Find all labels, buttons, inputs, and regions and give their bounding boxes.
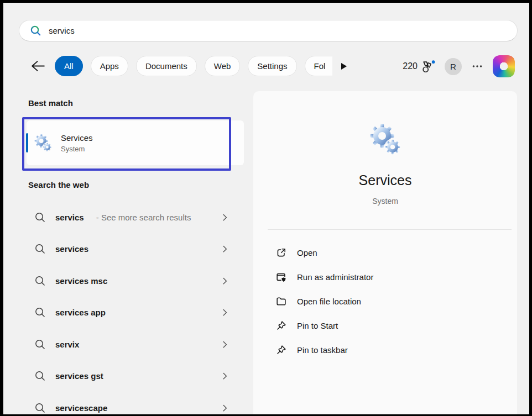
chevron-right-icon	[220, 339, 230, 350]
filter-tabs: All Apps Documents Web Settings Fol	[55, 56, 332, 76]
action-open-file-location[interactable]: Open file location	[268, 289, 505, 313]
tab-settings[interactable]: Settings	[248, 56, 296, 76]
divider	[268, 229, 512, 230]
action-run-as-administrator[interactable]: Run as administrator	[268, 265, 505, 289]
windows-search-window: servics All Apps Documents Web Settings …	[0, 0, 532, 416]
services-gears-icon	[33, 133, 53, 153]
action-open[interactable]: Open	[268, 240, 505, 265]
result-detail-panel: Services System Open	[253, 91, 517, 414]
filter-bar: All Apps Documents Web Settings Fol	[30, 56, 348, 76]
tab-apps[interactable]: Apps	[91, 56, 128, 76]
folder-icon	[275, 296, 287, 307]
services-gears-icon-large	[368, 122, 403, 157]
web-suggestion-row[interactable]: services app	[28, 299, 231, 326]
action-pin-to-start[interactable]: Pin to Start	[268, 313, 505, 338]
admin-shield-icon	[275, 271, 287, 283]
avatar-initial: R	[450, 62, 456, 71]
selection-accent-bar	[26, 133, 28, 152]
pin-icon	[275, 344, 287, 356]
search-flyout: servics All Apps Documents Web Settings …	[3, 3, 529, 414]
search-outline-icon	[34, 212, 46, 223]
web-suggestion-row[interactable]: services gst	[28, 363, 231, 389]
action-pin-to-taskbar[interactable]: Pin to taskbar	[268, 338, 505, 362]
detail-title: Services	[253, 172, 517, 188]
chevron-right-icon	[220, 307, 230, 318]
web-suggestion-list: servics - See more search results servic…	[28, 204, 231, 414]
web-suggestion-row[interactable]: services	[28, 236, 231, 262]
best-match-subtitle: System	[61, 145, 93, 153]
rewards-points: 220	[403, 61, 418, 71]
tab-web[interactable]: Web	[205, 56, 241, 76]
search-outline-icon	[34, 243, 46, 255]
detail-subtitle: System	[253, 197, 517, 206]
copilot-icon[interactable]	[493, 55, 515, 77]
search-outline-icon	[34, 370, 46, 382]
toolbar-cluster: 220 R	[403, 56, 515, 77]
best-match-heading: Best match	[28, 98, 73, 108]
tab-folders-truncated[interactable]: Fol	[305, 56, 332, 76]
search-web-heading: Search the web	[28, 180, 89, 189]
pin-icon	[275, 320, 287, 331]
scroll-tabs-right-button[interactable]	[340, 62, 348, 71]
tab-all[interactable]: All	[55, 56, 83, 76]
rewards-button[interactable]: 220	[403, 60, 435, 73]
tab-documents[interactable]: Documents	[136, 56, 197, 76]
search-query-text: servics	[49, 26, 75, 35]
search-outline-icon	[34, 307, 46, 318]
search-outline-icon	[34, 402, 46, 414]
more-options-icon[interactable]	[471, 60, 483, 72]
best-match-item[interactable]: Services System	[27, 120, 244, 165]
search-icon	[30, 25, 41, 36]
open-icon	[275, 247, 287, 259]
chevron-right-icon	[220, 403, 230, 413]
action-list: Open Run as administrator Open fi	[268, 240, 505, 362]
best-match-title: Services	[61, 133, 93, 143]
notification-dot	[432, 60, 435, 64]
web-suggestion-row[interactable]: services msc	[28, 267, 231, 294]
search-outline-icon	[34, 275, 46, 287]
web-suggestion-row[interactable]: servicescape	[28, 394, 231, 414]
back-arrow-icon	[30, 60, 45, 72]
web-suggestion-row[interactable]: servics - See more search results	[28, 204, 231, 230]
search-input[interactable]: servics	[19, 20, 518, 41]
account-avatar[interactable]: R	[445, 58, 462, 75]
back-button[interactable]	[30, 60, 45, 72]
web-suggestion-row[interactable]: servix	[28, 331, 231, 357]
chevron-right-icon	[220, 276, 230, 286]
search-outline-icon	[34, 339, 46, 350]
chevron-right-icon	[220, 371, 230, 381]
play-triangle-icon	[340, 62, 348, 71]
chevron-right-icon	[220, 244, 230, 254]
rewards-medal-icon	[420, 60, 435, 73]
chevron-right-icon	[220, 212, 230, 223]
